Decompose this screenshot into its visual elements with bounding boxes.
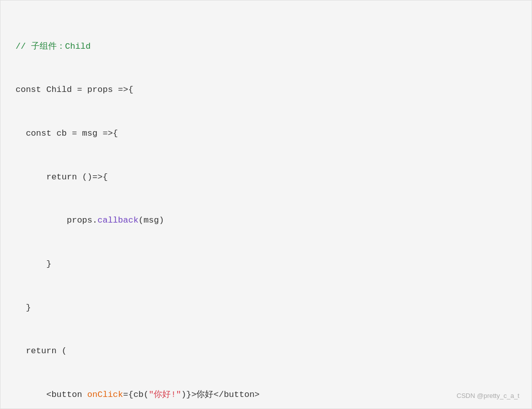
line4: props.callback(msg) bbox=[16, 214, 516, 228]
line2: const cb = msg =>{ bbox=[16, 127, 516, 141]
hello-string: "你好!" bbox=[149, 390, 181, 399]
line1: const Child = props =>{ bbox=[16, 83, 516, 97]
comment-child: // 子组件：Child bbox=[16, 42, 91, 51]
line7: return ( bbox=[16, 344, 516, 359]
line6: } bbox=[16, 301, 516, 316]
code-block: // 子组件：Child const Child = props =>{ con… bbox=[16, 11, 516, 409]
line5: } bbox=[16, 257, 516, 272]
comment-child-line: // 子组件：Child bbox=[16, 40, 516, 54]
callback-method: callback bbox=[97, 216, 139, 225]
watermark: CSDN @pretty_c_a_t bbox=[457, 392, 519, 399]
code-container: // 子组件：Child const Child = props =>{ con… bbox=[0, 0, 532, 409]
onclick-attr: onClick bbox=[87, 390, 123, 399]
line3: return ()=>{ bbox=[16, 170, 516, 185]
line8: <button onClick={cb("你好!")}>你好</button> bbox=[16, 388, 516, 402]
